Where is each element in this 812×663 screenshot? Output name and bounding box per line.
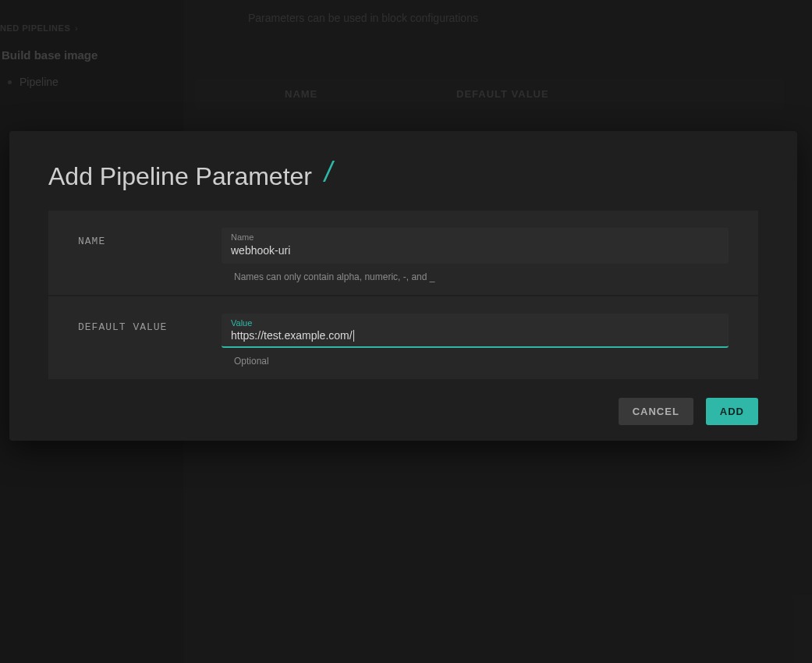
form-row-default-value: DEFAULT VALUE Value https://test.example… (48, 296, 758, 379)
add-button[interactable]: ADD (706, 398, 758, 425)
form-row-name: NAME Name Names can only contain alpha, … (48, 211, 758, 295)
slash-icon: / (324, 156, 332, 189)
name-helper-text: Names can only contain alpha, numeric, -… (222, 264, 729, 287)
modal-actions: CANCEL ADD (9, 379, 797, 425)
default-value-input-wrap[interactable]: Value https://test.example.com/ (222, 314, 729, 348)
name-float-label: Name (231, 232, 719, 242)
default-value-helper-text: Optional (222, 348, 729, 371)
text-caret (353, 330, 354, 342)
add-parameter-modal: Add Pipeline Parameter / NAME Name Names… (9, 131, 797, 441)
name-field-container: Name Names can only contain alpha, numer… (222, 228, 729, 287)
cancel-button[interactable]: CANCEL (619, 398, 693, 425)
modal-title-row: Add Pipeline Parameter / (9, 159, 797, 211)
name-label: NAME (78, 228, 222, 247)
default-value-label: DEFAULT VALUE (78, 314, 222, 333)
modal-title: Add Pipeline Parameter (48, 162, 312, 191)
default-value-float-label: Value (231, 318, 719, 328)
default-value-input[interactable]: https://test.example.com/ (231, 329, 719, 342)
default-value-text: https://test.example.com/ (231, 329, 353, 342)
default-value-field-container: Value https://test.example.com/ Optional (222, 314, 729, 371)
name-input[interactable] (231, 244, 719, 257)
name-input-wrap[interactable]: Name (222, 228, 729, 264)
